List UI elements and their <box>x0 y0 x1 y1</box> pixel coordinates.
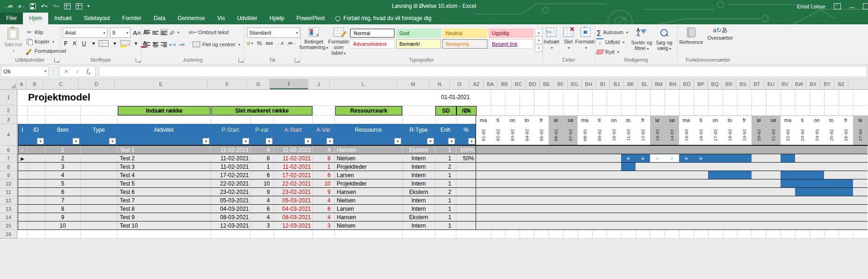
column-header-O[interactable]: O <box>450 79 470 89</box>
filter-dropdown-icon[interactable]: ▼ <box>427 138 434 144</box>
row-header-6[interactable]: 6 <box>0 146 17 154</box>
paste-button[interactable]: Sæt ind▾ <box>1 24 25 58</box>
column-header-BB[interactable]: BB <box>498 79 512 89</box>
select-all-corner[interactable] <box>0 79 17 89</box>
column-header-N[interactable]: N <box>429 79 450 89</box>
tab-indsæt[interactable]: Indsæt <box>48 13 78 24</box>
filter-dropdown-icon[interactable]: ▼ <box>242 138 249 144</box>
tab-powerpivot[interactable]: PowerPivot <box>290 13 331 24</box>
maximize-icon[interactable] <box>863 3 868 9</box>
ribbon-display-options-icon[interactable] <box>834 3 841 9</box>
column-header-BZ[interactable]: BZ <box>834 79 848 89</box>
row-header-8[interactable]: 8 <box>0 163 17 171</box>
column-header-BG[interactable]: BG <box>568 79 582 89</box>
row-header-7[interactable]: 7 <box>0 154 17 163</box>
column-header-J[interactable]: J <box>308 79 330 89</box>
increase-font-icon[interactable]: A˄ <box>133 29 141 36</box>
column-header-E[interactable]: E <box>115 79 208 89</box>
delete-cells-button[interactable]: Slet▾ <box>560 24 576 58</box>
filter-dropdown-icon[interactable]: ▼ <box>468 138 475 144</box>
name-box[interactable]: I26▾ <box>1 66 49 77</box>
column-header-AZ[interactable]: AZ <box>470 79 484 89</box>
cell-style-ugyldig[interactable]: Ugyldig <box>489 29 534 38</box>
column-header-BS[interactable]: BS <box>736 79 750 89</box>
fill-button[interactable]: ↓Udfyld▾ <box>595 37 629 47</box>
decrease-indent-icon[interactable]: ⇤≡ <box>169 42 176 47</box>
column-header-BO[interactable]: BO <box>680 79 694 89</box>
row-header-15[interactable]: 15 <box>0 222 17 230</box>
column-header-I[interactable]: I <box>270 79 308 89</box>
minimize-icon[interactable] <box>849 7 854 8</box>
tab-data[interactable]: Data <box>147 13 171 24</box>
column-header-BL[interactable]: BL <box>638 79 652 89</box>
align-bottom-icon[interactable] <box>161 30 167 35</box>
cell-style-god[interactable]: God <box>396 29 441 38</box>
tab-formler[interactable]: Formler <box>116 13 147 24</box>
increase-decimal-icon[interactable]: ←,0 <box>277 41 284 45</box>
column-header-BV[interactable]: BV <box>778 79 792 89</box>
row-header-1[interactable]: 1 <box>0 89 17 105</box>
column-header-BP[interactable]: BP <box>694 79 708 89</box>
clear-button[interactable]: Ryd▾ <box>595 47 629 57</box>
row-header-12[interactable]: 12 <box>0 196 17 205</box>
column-header-BD[interactable]: BD <box>526 79 540 89</box>
align-left-icon[interactable] <box>144 42 150 47</box>
align-top-icon[interactable] <box>144 30 150 35</box>
filter-dropdown-icon[interactable]: ▼ <box>448 138 455 144</box>
tab-gennemse[interactable]: Gennemse <box>172 13 211 24</box>
cell-style-advarsel[interactable]: Advarselstekst <box>350 39 395 49</box>
enter-formula-icon[interactable]: ✓ <box>75 68 80 75</box>
gallery-expand-icon[interactable]: ⊽ <box>535 44 542 52</box>
orientation-icon[interactable]: ab <box>168 29 175 36</box>
column-header-L[interactable]: L <box>330 79 397 89</box>
cell-style-normal[interactable]: Normal <box>350 29 395 38</box>
wrap-text-button[interactable]: ab↩Ombryd tekst <box>188 28 230 37</box>
increase-indent-icon[interactable]: ⇥≡ <box>178 42 185 47</box>
tab-sidelayout[interactable]: Sidelayout <box>78 13 116 24</box>
font-family-select[interactable]: Arial▾ <box>63 28 108 38</box>
column-header-BF[interactable]: BF <box>554 79 568 89</box>
dialog-launcher-icon[interactable] <box>239 58 243 62</box>
column-header-BC[interactable]: BC <box>512 79 526 89</box>
filter-dropdown-icon[interactable]: ▼ <box>304 138 311 144</box>
percent-format-icon[interactable]: % <box>257 40 262 47</box>
row-header-3[interactable]: 3 <box>0 115 17 124</box>
number-format-select[interactable]: Standard▾ <box>247 28 300 38</box>
column-header-M[interactable]: M <box>397 79 429 89</box>
borders-icon[interactable] <box>99 40 108 47</box>
insert-function-icon[interactable]: fx <box>87 67 90 76</box>
formula-input[interactable] <box>99 66 867 77</box>
row-header-9[interactable]: 9 <box>0 171 17 179</box>
insert-cells-button[interactable]: Indsæt▾ <box>542 24 560 58</box>
resource-sheet-button[interactable]: Ressourceark <box>335 106 402 115</box>
column-header-G[interactable]: G <box>247 79 270 89</box>
find-select-button[interactable]: Søg og vælg▾ <box>654 24 674 58</box>
align-right-icon[interactable] <box>161 42 167 47</box>
column-header-D[interactable]: D <box>79 79 115 89</box>
translator-button[interactable]: a↻あ Oversætter <box>705 24 735 58</box>
column-header-A[interactable]: A <box>17 79 26 89</box>
align-middle-icon[interactable] <box>152 30 159 35</box>
bold-button[interactable]: F <box>63 40 69 47</box>
cell-style-bemaerk[interactable]: Bemærk! <box>396 39 441 49</box>
column-header-BH[interactable]: BH <box>582 79 596 89</box>
cell-style-besoegt[interactable]: Besøgt link <box>489 39 534 49</box>
cancel-formula-icon[interactable]: ✕ <box>64 68 69 75</box>
sd-button[interactable]: SD <box>435 106 456 115</box>
tab-vis[interactable]: Vis <box>211 13 231 24</box>
tell-me-box[interactable]: Fortæl mig, hvad du vil foretage dig <box>331 13 436 24</box>
sort-filter-button[interactable]: AÅ Sortér og filtrer▾ <box>629 24 654 58</box>
delete-row-button[interactable]: Slet markeret række <box>211 106 312 115</box>
tab-filer[interactable]: Filer <box>0 13 23 24</box>
row-header-16[interactable]: 16 <box>0 230 17 238</box>
align-center-icon[interactable] <box>152 42 159 47</box>
column-header-BJ[interactable]: BJ <box>610 79 624 89</box>
dialog-launcher-icon[interactable] <box>54 58 58 62</box>
fill-color-icon[interactable] <box>120 40 130 45</box>
comma-format-icon[interactable]: 000 <box>266 41 273 46</box>
decrease-decimal-icon[interactable]: ,00→ <box>287 41 296 45</box>
row-header-10[interactable]: 10 <box>0 179 17 188</box>
oek-button[interactable]: /Øk <box>456 106 477 115</box>
filter-dropdown-icon[interactable]: ▼ <box>266 138 273 144</box>
column-header-BK[interactable]: BK <box>624 79 638 89</box>
